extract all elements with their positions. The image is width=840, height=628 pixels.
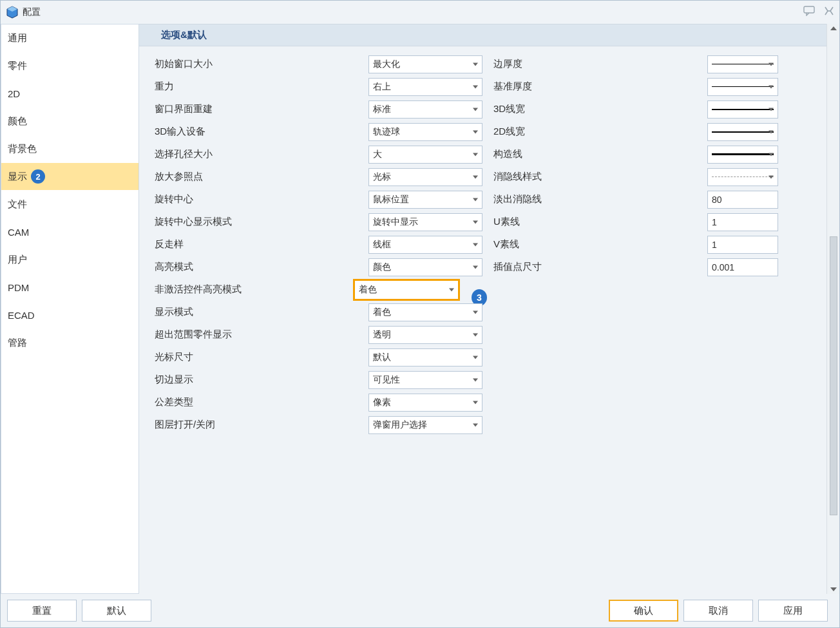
chevron-down-icon	[768, 62, 774, 66]
chevron-down-icon	[768, 175, 774, 178]
app-icon	[6, 6, 19, 19]
cancel-button[interactable]: 取消	[683, 600, 753, 622]
chevron-down-icon	[473, 85, 478, 88]
select-zoom-ref[interactable]: 光标	[368, 168, 482, 186]
select-2d-line-width[interactable]	[707, 123, 778, 141]
select-tolerance-type[interactable]: 像素	[368, 394, 482, 412]
label-3d-input: 3D输入设备	[152, 126, 368, 138]
close-icon[interactable]	[824, 6, 834, 18]
label-2d-line-width: 2D线宽	[491, 126, 707, 138]
label-inactive-highlight: 非激活控件高亮模式	[152, 283, 353, 296]
label-layer-toggle: 图层打开/关闭	[152, 419, 368, 431]
select-aperture-size[interactable]: 大	[368, 146, 482, 164]
input-v-lines[interactable]: 1	[707, 236, 778, 254]
label-construct-line: 构造线	[491, 148, 707, 160]
default-button[interactable]: 默认	[82, 600, 151, 622]
chevron-down-icon	[768, 108, 774, 111]
chevron-down-icon	[473, 108, 478, 111]
label-cursor-size: 光标尺寸	[152, 351, 368, 363]
select-construct-line[interactable]	[707, 146, 778, 164]
label-interp-size: 插值点尺寸	[491, 261, 707, 273]
titlebar: 配置	[1, 1, 839, 23]
select-hidden-style[interactable]	[707, 168, 778, 186]
label-highlight-mode: 高亮模式	[152, 261, 368, 273]
chevron-down-icon	[473, 401, 478, 404]
sidebar-item-display[interactable]: 显示 2	[1, 163, 138, 191]
chevron-down-icon	[473, 153, 478, 156]
config-dialog: 配置 通用 零件 2D 颜色 背景色 显示 2 文件 CAM 用户 PDM EC…	[0, 0, 840, 628]
sidebar-item-2d[interactable]: 2D	[1, 80, 138, 108]
label-tangent-edge: 切边显示	[152, 374, 368, 386]
chevron-down-icon	[473, 356, 478, 359]
select-inactive-highlight[interactable]: 着色	[353, 279, 460, 301]
label-datum-thickness: 基准厚度	[491, 81, 707, 93]
select-gravity[interactable]: 右上	[368, 78, 482, 96]
chevron-down-icon	[768, 130, 774, 133]
chevron-down-icon	[473, 310, 478, 314]
label-u-lines: U素线	[491, 216, 707, 228]
label-out-of-range: 超出范围零件显示	[152, 328, 368, 341]
ok-button[interactable]: 确认	[609, 600, 678, 622]
sidebar-item-bgcolor[interactable]: 背景色	[1, 135, 138, 163]
label-window-rebuild: 窗口界面重建	[152, 103, 368, 115]
scroll-thumb[interactable]	[830, 236, 837, 515]
chevron-down-icon	[473, 243, 478, 246]
input-interp-size[interactable]: 0.001	[707, 258, 778, 276]
select-rotate-center[interactable]: 鼠标位置	[368, 191, 482, 209]
line-preview-icon	[712, 131, 774, 133]
sidebar-item-pipe[interactable]: 管路	[1, 329, 138, 357]
select-antialias[interactable]: 线框	[368, 236, 482, 254]
select-datum-thickness[interactable]	[707, 78, 778, 96]
select-layer-toggle[interactable]: 弹窗用户选择	[368, 416, 482, 434]
input-fade-hidden[interactable]: 80	[707, 191, 778, 209]
select-initial-window-size[interactable]: 最大化	[368, 55, 482, 73]
label-hidden-style: 消隐线样式	[491, 171, 707, 183]
line-preview-icon	[712, 153, 774, 155]
label-gravity: 重力	[152, 81, 368, 93]
speech-bubble-icon[interactable]	[803, 6, 815, 18]
scroll-track[interactable]	[830, 30, 837, 587]
select-tangent-edge[interactable]: 可见性	[368, 371, 482, 389]
select-rotate-center-mode[interactable]: 旋转中显示	[368, 213, 482, 231]
label-initial-window-size: 初始窗口大小	[152, 58, 368, 70]
line-preview-icon	[712, 109, 774, 110]
chevron-down-icon	[473, 130, 478, 133]
scroll-down-icon[interactable]	[830, 587, 837, 591]
window-title: 配置	[23, 6, 41, 18]
sidebar-item-part[interactable]: 零件	[1, 52, 138, 80]
sidebar-item-cam[interactable]: CAM	[1, 218, 138, 246]
chevron-down-icon	[768, 153, 774, 156]
footer: 重置 默认 确认 取消 应用	[1, 594, 839, 627]
label-tolerance-type: 公差类型	[152, 396, 368, 408]
chevron-down-icon	[473, 378, 478, 381]
select-3d-line-width[interactable]	[707, 100, 778, 119]
select-cursor-size[interactable]: 默认	[368, 348, 482, 366]
sidebar-item-file[interactable]: 文件	[1, 191, 138, 218]
sidebar-item-ecad[interactable]: ECAD	[1, 301, 138, 329]
input-u-lines[interactable]: 1	[707, 213, 778, 231]
sidebar-item-pdm[interactable]: PDM	[1, 274, 138, 301]
main-panel: 选项&默认 初始窗口大小 最大化 重力 右上 窗口界面重建	[139, 24, 826, 594]
sidebar: 通用 零件 2D 颜色 背景色 显示 2 文件 CAM 用户 PDM ECAD …	[1, 24, 139, 594]
line-preview-icon	[712, 64, 774, 64]
vertical-scrollbar[interactable]	[826, 24, 839, 594]
reset-button[interactable]: 重置	[7, 600, 77, 622]
select-3d-input[interactable]: 轨迹球	[368, 123, 482, 141]
label-v-lines: V素线	[491, 238, 707, 251]
sidebar-item-general[interactable]: 通用	[1, 24, 138, 52]
select-display-mode[interactable]: 着色	[368, 303, 482, 321]
chevron-down-icon	[473, 220, 478, 224]
apply-button[interactable]: 应用	[758, 600, 828, 622]
select-out-of-range[interactable]: 透明	[368, 326, 482, 344]
sidebar-item-color[interactable]: 颜色	[1, 108, 138, 135]
chevron-down-icon	[473, 175, 478, 178]
select-highlight-mode[interactable]: 颜色	[368, 258, 482, 276]
select-window-rebuild[interactable]: 标准	[368, 100, 482, 119]
label-display-mode: 显示模式	[152, 306, 368, 318]
chevron-down-icon	[473, 423, 478, 426]
chevron-down-icon	[768, 85, 774, 88]
label-edge-thickness: 边厚度	[491, 58, 707, 70]
label-aperture-size: 选择孔径大小	[152, 148, 368, 160]
sidebar-item-user[interactable]: 用户	[1, 246, 138, 274]
select-edge-thickness[interactable]	[707, 55, 778, 73]
